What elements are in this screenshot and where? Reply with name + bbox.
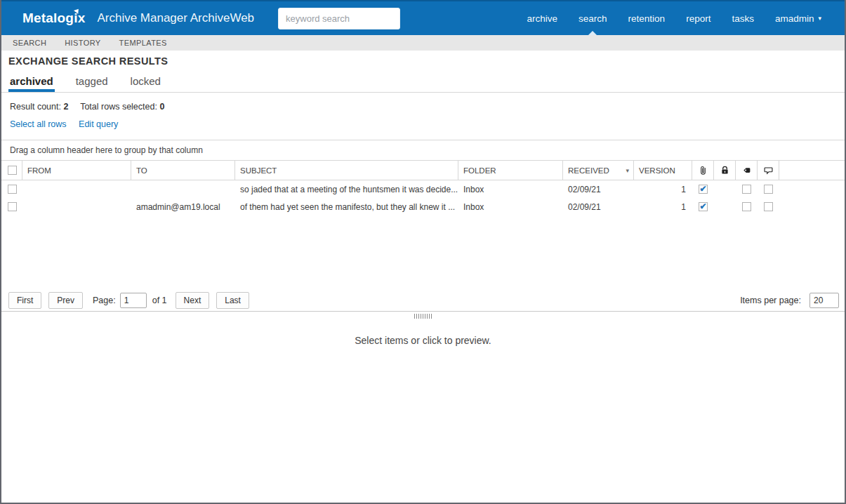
select-all-checkbox-cell [1, 161, 22, 180]
tab-locked[interactable]: locked [129, 75, 162, 92]
tagged-checkbox[interactable] [742, 185, 751, 194]
cell-locked [714, 180, 736, 198]
archiveweb-window: Metalogix Archive Manager ArchiveWeb arc… [0, 0, 846, 504]
cell-comment [758, 180, 779, 198]
comment-icon [763, 165, 774, 175]
select-all-checkbox[interactable] [8, 166, 17, 175]
row-checkbox[interactable] [8, 185, 17, 194]
column-header-version[interactable]: VERSION [634, 161, 692, 180]
column-header-from[interactable]: FROM [22, 161, 131, 180]
cell-attachment [692, 198, 714, 215]
items-per-page-input[interactable] [809, 293, 839, 308]
cell-subject[interactable]: of them had yet seen the manifesto, but … [235, 198, 458, 215]
tab-tagged[interactable]: tagged [74, 75, 110, 92]
column-header-comment[interactable] [758, 161, 779, 180]
user-menu-label: amadmin [775, 13, 814, 24]
items-per-page: Items per page: [737, 293, 839, 308]
main-nav: archive search retention report tasks am… [517, 1, 832, 35]
select-all-rows-link[interactable]: Select all rows [10, 119, 67, 129]
subnav-item-history[interactable]: HISTORY [65, 39, 100, 47]
results-info: Result count: 2 Total rows selected: 0 S… [1, 93, 845, 140]
tag-icon [741, 165, 752, 175]
results-grid: FROM TO SUBJECT FOLDER RECEIVED ▾ VERSIO… [1, 161, 845, 215]
cell-from [22, 198, 131, 215]
group-by-hint[interactable]: Drag a column header here to group by th… [1, 140, 845, 161]
subnav-item-templates[interactable]: TEMPLATES [119, 39, 167, 47]
cell-subject[interactable]: so jaded that at a meeting of the huntsm… [235, 180, 458, 198]
metalogix-logo: Metalogix [22, 11, 85, 26]
column-header-subject[interactable]: SUBJECT [235, 161, 458, 180]
selected-rows-value: 0 [159, 102, 164, 112]
lock-icon [720, 165, 730, 175]
cell-comment [758, 198, 779, 215]
sort-caret-icon[interactable]: ▾ [626, 167, 629, 174]
attachment-checkbox[interactable] [699, 202, 708, 211]
page-number-input[interactable] [120, 293, 147, 308]
cell-tagged [736, 180, 758, 198]
cell-received: 02/09/21 [563, 198, 634, 215]
sub-nav: SEARCH HISTORY TEMPLATES [1, 35, 845, 51]
result-count-label: Result count: [10, 102, 61, 112]
attachment-checkbox[interactable] [699, 185, 708, 194]
nav-item-archive[interactable]: archive [517, 1, 569, 35]
pagination-bar: First Prev Page: of 1 Next Last Items pe… [1, 290, 845, 312]
nav-item-tasks[interactable]: tasks [721, 1, 765, 35]
column-header-received-label: RECEIVED [568, 166, 609, 175]
row-checkbox[interactable] [8, 202, 17, 211]
splitter-grip-icon[interactable] [414, 314, 432, 319]
grid-header-row: FROM TO SUBJECT FOLDER RECEIVED ▾ VERSIO… [1, 161, 845, 180]
app-title: Archive Manager ArchiveWeb [97, 11, 254, 25]
cell-tagged [736, 198, 758, 215]
page-of-label: of 1 [152, 296, 167, 305]
cell-to [131, 180, 235, 198]
edit-query-link[interactable]: Edit query [79, 119, 118, 129]
column-header-attachment[interactable] [692, 161, 714, 180]
tab-archived[interactable]: archived [8, 75, 55, 92]
cell-folder: Inbox [458, 198, 563, 215]
cell-to: amadmin@am19.local [131, 198, 235, 215]
result-tabs: archived tagged locked [1, 69, 845, 93]
preview-splitter[interactable] [1, 312, 845, 321]
nav-item-retention[interactable]: retention [618, 1, 676, 35]
prev-page-button[interactable]: Prev [48, 292, 83, 309]
result-actions: Select all rows Edit query [10, 119, 845, 129]
page-label: Page: [93, 296, 116, 305]
tagged-checkbox[interactable] [742, 202, 751, 211]
selected-rows-label: Total rows selected: [80, 102, 157, 112]
paperclip-icon [698, 165, 708, 175]
nav-item-report[interactable]: report [675, 1, 721, 35]
cell-locked [714, 198, 736, 215]
nav-item-search[interactable]: search [568, 1, 618, 35]
cell-version: 1 [634, 198, 692, 215]
cell-attachment [692, 180, 714, 198]
page-title: EXCHANGE SEARCH RESULTS [1, 51, 845, 69]
preview-message: Select items or click to preview. [355, 335, 491, 503]
grid-empty-space [1, 215, 845, 290]
cell-received: 02/09/21 [563, 180, 634, 198]
subnav-item-search[interactable]: SEARCH [13, 39, 46, 47]
last-page-button[interactable]: Last [216, 292, 249, 309]
cell-from [22, 180, 131, 198]
next-page-button[interactable]: Next [176, 292, 210, 309]
cell-version: 1 [634, 180, 692, 198]
column-header-to[interactable]: TO [131, 161, 235, 180]
result-row-1[interactable]: so jaded that at a meeting of the huntsm… [1, 180, 845, 198]
items-per-page-label: Items per page: [740, 296, 801, 305]
comment-checkbox[interactable] [764, 202, 773, 211]
first-page-button[interactable]: First [8, 292, 41, 309]
comment-checkbox[interactable] [764, 185, 773, 194]
column-header-received[interactable]: RECEIVED ▾ [563, 161, 634, 180]
result-row-2[interactable]: amadmin@am19.local of them had yet seen … [1, 198, 845, 215]
result-count-value: 2 [63, 102, 68, 112]
column-header-spacer [779, 161, 845, 180]
result-counts: Result count: 2 Total rows selected: 0 [10, 102, 845, 112]
row-checkbox-cell [1, 180, 22, 198]
keyword-search-input[interactable] [278, 8, 400, 29]
user-menu[interactable]: amadmin ▾ [765, 1, 832, 35]
column-header-tagged[interactable] [736, 161, 758, 180]
app-header: Metalogix Archive Manager ArchiveWeb arc… [1, 0, 845, 35]
row-checkbox-cell [1, 198, 22, 215]
column-header-folder[interactable]: FOLDER [458, 161, 563, 180]
cell-folder: Inbox [458, 180, 563, 198]
column-header-locked[interactable] [714, 161, 736, 180]
